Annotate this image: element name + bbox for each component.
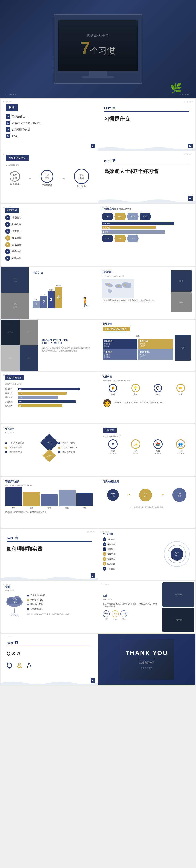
wave-deco	[99, 146, 195, 151]
hero-title-small: 高效能人士的	[81, 34, 115, 38]
time-quadrants: 重要且紧急 危机处理截止任务 重要不紧急 规划计划自我提升 不重要紧急 会议电话…	[103, 339, 173, 360]
svg-point-1	[124, 284, 126, 286]
hex-item-1: 习惯一	[102, 213, 113, 220]
hex-item-2: 习惯二	[114, 213, 126, 220]
wave-deco-4	[1, 681, 97, 685]
hex-item-4: 习惯四	[140, 213, 151, 220]
hex-item-6: 知彼	[114, 235, 126, 242]
slide-steps: 以终为始 团队合作 以终为始 步骤一 1 步骤二	[1, 267, 97, 319]
hex-bar-2: 以终为始	[102, 226, 156, 229]
part-main-text-1: 习惯是什么	[104, 116, 130, 123]
qa-icon-a2: A	[27, 661, 32, 670]
qa-icon-q: Q	[6, 661, 12, 670]
mulu-item-4: 04 Q&A	[6, 134, 93, 138]
svg-point-0	[117, 285, 119, 287]
slide-watermark-4: 515PPT	[184, 153, 193, 156]
slide-watermark-13: 515PPT	[3, 426, 12, 429]
thankyou-watermark: 515PPT	[141, 667, 152, 670]
part-label-4: PART 四	[6, 641, 92, 646]
slide-watermark-11: 515PPT	[3, 374, 12, 376]
synergy-title: 统合综效	[5, 428, 93, 431]
begin-end-content: BEGIN WITH THEEND IN MIND 以终为始，在行动之前先在脑海…	[38, 319, 97, 371]
habit-row-2: ✦ 以终为始	[5, 222, 93, 227]
slide-begin-end: 笔记本 工作 团队 合作 BEGIN WITH THEEND IN MIND 以…	[1, 319, 97, 371]
slide-part1: PART 壹 习惯是什么 515PPT ▶	[99, 99, 195, 151]
slide-watermark-5: 515PPT	[3, 206, 12, 208]
img-world-2: 团队	[171, 292, 192, 312]
slide-part2: PART 贰 高效能人士和7个好习惯 515PPT ▶	[99, 152, 195, 203]
slide-watermark-21: 515PPT	[3, 636, 12, 638]
time-mgmt-subtitle: TIME MANAGEMENT	[103, 327, 130, 331]
slide-watermark-17: 515PPT	[86, 531, 96, 533]
mulu-item-2: 02 高效能人士的七个好习惯	[6, 121, 93, 125]
habit-row-7: ✦ 不断更新	[5, 256, 93, 261]
mulu-title: 目录	[6, 104, 18, 111]
part-main-text-4: Q & A	[6, 650, 21, 657]
hero-suffix: 个习惯	[90, 45, 115, 57]
slide-arrow[interactable]: ▶	[90, 144, 95, 148]
slides-grid: 目录 01 习惯是什么 02 高效能人士的七个好习惯 03 如何理解和实践 04…	[0, 98, 196, 686]
quadrant-3: 不重要紧急 会议电话打扰事项	[103, 349, 138, 360]
cloud-title: 实践	[5, 585, 93, 589]
slide-watermark-15: 515PPT	[3, 478, 12, 481]
slide-watermark-10: 515PPT	[100, 321, 110, 324]
hero-section: 高效能人士的 7 个习惯 🌿 515PPT 51 PPT	[0, 0, 196, 98]
slide-watermark-3: 515PPT	[3, 153, 12, 156]
slide-time-mgmt: 时间管理 TIME MANAGEMENT 紧急 重要且紧急 危机处理截止任务 重…	[99, 319, 195, 371]
img-practice-2: 工作场景	[162, 608, 194, 632]
slide-habit-form: 习惯的形成模式 触发与反馈循环 触发诱因 触发(诱因) → 主体常规 主体(常规…	[1, 152, 97, 203]
img-gray-1: 团队合作	[1, 293, 29, 319]
hex-item-3: 习惯三	[127, 213, 139, 220]
watermark-right: 51 PPT	[180, 93, 191, 96]
part-label-3: PART 叁	[6, 536, 92, 541]
part-main-text-2: 高效能人士和7个好习惯	[104, 168, 158, 175]
begin-end-title: BEGIN WITH THEEND IN MIND	[42, 338, 94, 345]
slide-watermark-9: 515PPT	[3, 321, 12, 324]
part-main-text-3: 如何理解和实践	[6, 546, 42, 553]
habit-row-3: ✦ 要事第一	[5, 229, 93, 234]
slide-spiral: 习惯的螺旋上升 积极主动 ⟳ 以终为始 ⟳ 不断更新	[99, 477, 195, 528]
img-begin-4: 合作	[19, 345, 38, 371]
img-time-1: 效率	[174, 335, 191, 361]
quadrant-4: 不重要不紧急 消遣娱乐琐事	[139, 349, 173, 360]
slide-watermark-12: 515PPT	[100, 374, 110, 376]
habit-row-1: ✦ 积极主动	[5, 215, 93, 220]
habit-row-5: ✦ 知彼解己	[5, 242, 93, 247]
hero-monitor: 高效能人士的 7 个习惯	[54, 14, 142, 84]
habit-row-6: ✦ 统合综效	[5, 249, 93, 254]
slide-watermark-2: 515PPT	[184, 101, 193, 103]
svg-point-2	[108, 284, 110, 285]
slide-part3: PART 叁 如何理解和实践 515PPT ▶	[1, 529, 97, 581]
slide-watermark-20: 515PPT	[100, 583, 110, 586]
hero-number: 7	[81, 38, 90, 57]
practice2-title: 实践	[103, 594, 158, 597]
slide-renewal: 不断更新 SHARPEN THE SAW ♥ 身体 运动健康 ✨ 精神 冥想信仰…	[99, 424, 195, 476]
thankyou-line	[140, 658, 154, 659]
slide-synergy: 统合综效 SYNERGIZE 人际关系的基础 相互尊重信任 共同创造价值	[1, 424, 97, 476]
hex-item-7: 统合	[127, 235, 139, 242]
slide-watermark-8: 515PPT	[100, 269, 110, 271]
slide-understand: 知彼解己 SEEK FIRST TO UNDERSTAND 👂 倾听 💡 理解 …	[99, 372, 195, 423]
wave-deco-3	[1, 576, 97, 581]
watermark-left: 515PPT	[5, 93, 17, 96]
part-label-1: PART 壹	[104, 106, 190, 112]
habit-circles: 触发诱因 触发(诱因) → 主体常规 主体(常规) → 反馈奖励 反馈(奖励)	[6, 169, 93, 188]
hero-plants: 🌿	[170, 83, 182, 94]
slide-watermark-19: 515PPT	[3, 583, 12, 586]
habits-list-title: 积极主动	[5, 208, 19, 213]
summary-title: 7个好习惯	[103, 532, 191, 535]
slide-world: 要事第一 PUT FIRST THINGS FIRST 始终将	[99, 267, 195, 319]
begin-end-text: 以终为始，在行动之前先在脑海中清晰地描绘出最终的结果。制定个人使命宣言，明确人生…	[42, 347, 94, 352]
slide-part4: PART 四 Q & A Q & A 515PPT ▶	[1, 634, 97, 685]
slide-practice2: 实践 PRACTICE 通过实际行动将七个好习惯融入日常生活，不断实践与反思，形…	[99, 581, 195, 633]
slide-watermark-18: 515PPT	[100, 531, 110, 533]
world-map	[102, 279, 134, 298]
slide-study-plan: 知识学习路径 连续学习与成长路径 知识积累 75% 技能提升 60% 思维升级 …	[1, 372, 97, 423]
slide-cloud: 实践 PRACTICE 实践云端 日常应用	[1, 581, 97, 633]
continuous-bars: 知识积累 75% 技能提升 60% 思维升级 50% 实践应用 65% 综合能力	[5, 388, 93, 407]
hex-item-5: 双赢	[102, 235, 113, 242]
time-mgmt-title: 时间管理	[103, 323, 191, 326]
img-practice-1: 商务会议	[162, 582, 194, 607]
slide-continuous-learning: 不断学习成长 CONTINUOUS IMPROVEMENT 知识 技能 思维	[1, 477, 97, 528]
hero-screen: 高效能人士的 7 个习惯	[58, 20, 138, 71]
